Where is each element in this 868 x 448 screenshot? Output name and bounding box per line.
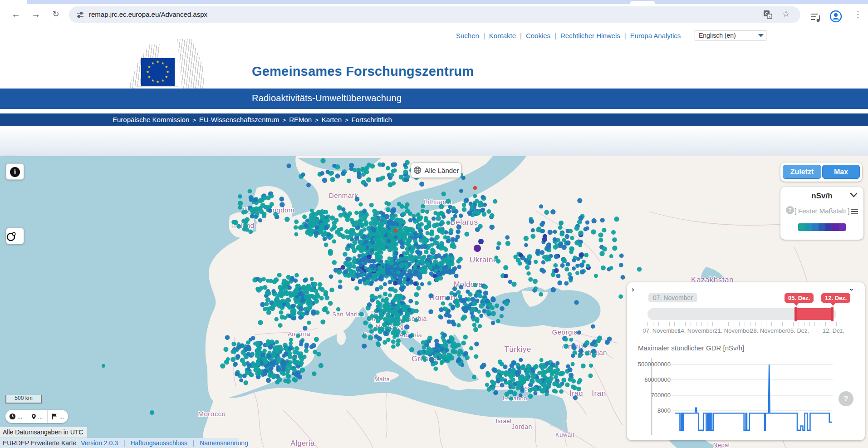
station-dot[interactable] (233, 362, 238, 366)
station-dot[interactable] (473, 283, 477, 287)
station-dot[interactable] (329, 171, 334, 175)
station-dot[interactable] (419, 216, 423, 220)
station-dot[interactable] (429, 349, 434, 353)
station-dot[interactable] (441, 192, 446, 196)
station-dot[interactable] (585, 220, 589, 224)
station-dot[interactable] (238, 194, 242, 199)
scale-menu-icon[interactable] (851, 207, 858, 216)
station-dot[interactable] (322, 178, 327, 183)
station-dot[interactable] (612, 237, 617, 242)
station-dot[interactable] (412, 217, 416, 221)
station-dot[interactable] (550, 209, 555, 214)
station-dot[interactable] (359, 262, 364, 267)
station-dot[interactable] (419, 182, 424, 187)
station-dot[interactable] (305, 306, 309, 311)
station-dot[interactable] (341, 207, 345, 212)
station-dot[interactable] (377, 265, 381, 269)
station-dot[interactable] (220, 364, 225, 369)
station-dot[interactable] (491, 321, 495, 325)
station-dot[interactable] (569, 250, 573, 254)
station-dot[interactable] (361, 172, 366, 177)
station-dot[interactable] (399, 218, 403, 222)
station-dot[interactable] (554, 375, 558, 379)
station-dot[interactable] (475, 199, 479, 203)
station-dot[interactable] (428, 309, 433, 314)
station-dot[interactable] (369, 329, 374, 334)
station-dot[interactable] (327, 232, 332, 237)
station-dot[interactable] (383, 340, 387, 345)
station-dot[interactable] (459, 298, 465, 303)
station-dot[interactable] (544, 210, 549, 215)
station-dot[interactable] (383, 282, 387, 286)
breadcrumb-item[interactable]: Karten (322, 116, 342, 123)
station-dot[interactable] (443, 257, 448, 262)
station-dot[interactable] (446, 296, 450, 300)
station-dot[interactable] (557, 281, 562, 286)
station-dot[interactable] (366, 177, 371, 182)
station-dot[interactable] (338, 213, 343, 217)
station-dot[interactable] (240, 350, 245, 355)
station-dot[interactable] (402, 330, 406, 335)
station-dot[interactable] (493, 199, 497, 204)
station-dot[interactable] (414, 242, 418, 246)
station-dot[interactable] (564, 344, 569, 349)
station-dot[interactable] (286, 275, 291, 280)
station-dot[interactable] (529, 219, 534, 224)
station-dot[interactable] (318, 212, 322, 216)
station-dot[interactable] (233, 220, 238, 225)
station-dot[interactable] (396, 313, 401, 318)
top-link[interactable]: Rechtlicher Hinweis (560, 32, 620, 39)
station-dot[interactable] (439, 241, 444, 246)
station-dot[interactable] (487, 387, 492, 392)
station-dot[interactable] (500, 306, 504, 311)
station-dot[interactable] (341, 171, 346, 176)
station-dot[interactable] (490, 379, 494, 384)
station-dot[interactable] (371, 266, 375, 270)
station-dot[interactable] (451, 206, 456, 211)
station-dot[interactable] (329, 275, 333, 279)
station-dot[interactable] (298, 306, 303, 311)
station-dot[interactable] (399, 175, 404, 180)
station-dot[interactable] (297, 374, 302, 379)
station-dot[interactable] (238, 201, 243, 206)
station-dot[interactable] (598, 238, 603, 242)
station-dot[interactable] (329, 288, 334, 292)
status-version-link[interactable]: Version 2.0.3 (81, 439, 118, 447)
station-dot[interactable] (458, 362, 462, 366)
station-dot[interactable] (243, 380, 248, 385)
station-dot[interactable] (324, 225, 329, 230)
station-dot[interactable] (361, 253, 365, 257)
station-dot[interactable] (408, 212, 412, 216)
station-dot[interactable] (381, 270, 385, 274)
station-dot[interactable] (382, 243, 386, 247)
station-dot[interactable] (540, 370, 545, 374)
station-dot[interactable] (565, 234, 570, 239)
station-dot[interactable] (436, 253, 441, 258)
station-dot[interactable] (619, 263, 623, 267)
station-dot[interactable] (542, 384, 547, 389)
station-dot[interactable] (534, 260, 538, 264)
station-dot[interactable] (424, 225, 429, 230)
station-dot[interactable] (288, 364, 293, 369)
station-dot[interactable] (349, 229, 354, 234)
station-dot[interactable] (471, 307, 476, 311)
station-dot[interactable] (528, 260, 532, 264)
station-dot[interactable] (360, 258, 365, 263)
station-dot[interactable] (461, 341, 466, 346)
station-dot[interactable] (424, 216, 428, 220)
station-dot[interactable] (591, 218, 596, 223)
station-dot[interactable] (401, 271, 406, 276)
station-dot[interactable] (577, 198, 582, 203)
station-dot[interactable] (399, 263, 404, 268)
station-dot[interactable] (231, 342, 236, 346)
station-dot[interactable] (310, 277, 314, 281)
station-dot[interactable] (418, 229, 423, 234)
station-dot[interactable] (320, 171, 324, 176)
station-dot[interactable] (443, 254, 447, 258)
station-dot[interactable] (569, 229, 573, 233)
station-dot[interactable] (407, 269, 412, 274)
station-dot[interactable] (427, 339, 431, 344)
station-dot[interactable] (468, 292, 473, 297)
station-dot[interactable] (284, 217, 289, 222)
station-dot[interactable] (370, 163, 375, 168)
